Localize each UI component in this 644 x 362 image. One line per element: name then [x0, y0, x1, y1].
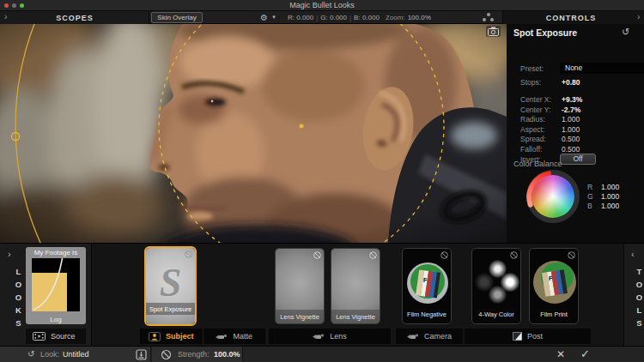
scopes-panel-label: SCOPES	[0, 14, 149, 22]
tab-label: Post	[527, 332, 543, 341]
cb-r-value[interactable]: 1.000	[601, 183, 619, 191]
tab-label: Camera	[424, 332, 452, 341]
snapshot-camera-button[interactable]	[486, 26, 501, 37]
look-reset-icon[interactable]: ↺	[27, 349, 34, 359]
center-x-label: Center X:	[520, 95, 551, 104]
tool-reset-icon[interactable]: ↺	[622, 27, 629, 38]
tab-camera[interactable]: Camera	[396, 329, 463, 344]
look-name-value[interactable]: Untitled	[63, 350, 89, 359]
cb-g-label: G	[587, 192, 593, 201]
card-label: Film Print	[530, 311, 578, 318]
aspect-value[interactable]: 1.000	[562, 125, 580, 134]
color-balance-label: Color Balance	[513, 160, 562, 168]
falloff-label: Falloff:	[520, 145, 542, 154]
stops-label: Stops:	[520, 78, 541, 87]
controls-collapse-chevron-icon[interactable]: ›	[637, 13, 640, 21]
preset-dropdown[interactable]: None ▼	[560, 63, 644, 74]
footer-bar: ↺ Look: Untitled Strength: 100.0% ✕ ✓	[0, 346, 644, 362]
disable-strength-icon[interactable]	[161, 349, 172, 360]
strength-value[interactable]: 100.0%	[214, 350, 240, 359]
skin-overlay-button[interactable]: Skin Overlay	[151, 12, 203, 23]
bypass-icon[interactable]	[440, 251, 448, 259]
center-y-value[interactable]: -2.7%	[562, 106, 580, 114]
cb-b-label: B	[587, 202, 592, 210]
falloff-value[interactable]: 0.500	[562, 145, 580, 154]
matte-icon	[216, 333, 228, 341]
tab-matte[interactable]: Matte	[204, 329, 266, 344]
film-reel-letter: F	[423, 277, 427, 283]
controls-panel: Spot Exposure ↺ Preset: None ▼ Stops: +0…	[507, 24, 644, 243]
look-card-4-way-color[interactable]: 4-Way Color	[471, 248, 521, 324]
tab-label: Subject	[166, 332, 194, 341]
cb-r-label: R	[587, 183, 592, 191]
radius-label: Radius:	[520, 115, 545, 124]
red-giant-molecule-icon[interactable]	[483, 13, 495, 22]
card-label: Spot Exposure	[146, 305, 195, 313]
tab-post[interactable]: Post	[465, 329, 591, 344]
footage-curve-label: Log	[26, 316, 86, 323]
radius-value[interactable]: 1.000	[562, 115, 580, 124]
gear-dropdown-caret-icon[interactable]: ▼	[271, 15, 276, 20]
wheel-center-handle[interactable]	[550, 194, 556, 199]
gear-icon[interactable]: ⚙	[260, 13, 268, 22]
center-x-value[interactable]: +9.3%	[562, 95, 582, 104]
tools-rail[interactable]: ‹ TOOLS	[624, 244, 644, 347]
cb-b-value[interactable]: 1.000	[601, 202, 619, 210]
tab-source[interactable]: Source	[26, 329, 86, 344]
card-label: Film Negative	[403, 311, 451, 318]
bypass-icon[interactable]	[313, 251, 321, 259]
tool-title: Spot Exposure	[513, 27, 577, 38]
spread-label: Spread:	[520, 135, 546, 143]
card-label: 4-Way Color	[472, 311, 520, 318]
strength-group: Strength: 100.0%	[152, 347, 243, 362]
preview-image	[0, 24, 507, 243]
tab-lens[interactable]: Lens	[269, 329, 391, 344]
post-icon	[513, 332, 522, 341]
save-look-icon[interactable]	[136, 349, 147, 360]
camera-category-icon	[407, 333, 419, 341]
center-y-label: Center Y:	[520, 106, 550, 114]
cb-g-value[interactable]: 1.000	[601, 192, 619, 201]
spot-card-initial: S	[146, 260, 195, 305]
stops-value[interactable]: +0.80	[562, 78, 580, 87]
card-label: Lens Vignette	[276, 313, 324, 321]
looks-rail[interactable]: › LOOKS	[0, 244, 23, 347]
toolbar: › SCOPES Skin Overlay ⚙ ▼ R: 0.000|G: 0.…	[0, 11, 644, 24]
tab-label: Matte	[233, 332, 252, 341]
preset-value: None	[565, 63, 582, 72]
footage-card[interactable]: My Footage Is Log	[26, 247, 86, 324]
look-card-lens-vignette-2[interactable]: Lens Vignette	[331, 248, 380, 324]
bypass-icon[interactable]	[185, 250, 192, 258]
bypass-icon[interactable]	[568, 251, 575, 259]
invert-toggle-button[interactable]: Off	[560, 154, 596, 165]
look-card-film-print[interactable]: F Film Print	[529, 248, 579, 324]
card-label: Lens Vignette	[331, 313, 380, 321]
readout-g: G: 0.000	[320, 14, 347, 21]
bypass-icon[interactable]	[369, 251, 377, 259]
look-card-spot-exposure[interactable]: S Spot Exposure	[144, 246, 197, 326]
bypass-icon[interactable]	[510, 251, 518, 259]
spread-value[interactable]: 0.500	[562, 135, 580, 143]
color-balance-wheel[interactable]	[526, 169, 580, 224]
zoom-value: 100.0%	[405, 14, 431, 21]
lens-icon	[313, 333, 325, 341]
titlebar: Magic Bullet Looks	[0, 0, 644, 11]
window-title: Magic Bullet Looks	[0, 1, 644, 9]
readout-b: B: 0.000	[354, 14, 380, 21]
magic-bullet-looks-window: Magic Bullet Looks › SCOPES Skin Overlay…	[0, 0, 644, 362]
zoom-readout: Zoom:100.0%	[386, 14, 431, 21]
look-card-film-negative[interactable]: F Film Negative	[402, 248, 452, 324]
preview-viewport[interactable]	[0, 24, 507, 243]
tab-label: Lens	[330, 332, 347, 341]
tab-subject[interactable]: Subject	[140, 329, 203, 344]
subject-person-icon	[149, 332, 161, 341]
look-card-lens-vignette-1[interactable]: Lens Vignette	[275, 248, 325, 324]
looks-expand-chevron-icon[interactable]: ›	[8, 249, 11, 259]
tools-rail-label: TOOLS	[624, 264, 644, 333]
tools-expand-chevron-icon[interactable]: ‹	[631, 249, 635, 259]
look-label: Look:	[40, 350, 59, 359]
confirm-icon[interactable]: ✓	[580, 347, 590, 360]
filmstrip-icon	[33, 332, 46, 341]
cancel-icon[interactable]: ✕	[556, 348, 565, 360]
camera-icon	[486, 26, 501, 37]
